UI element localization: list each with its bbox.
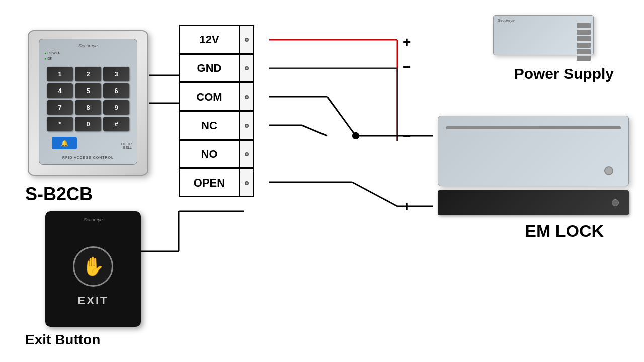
rfid-device: Secureye ● POWER ● OK 1 2 3 4 5 6 7 8 9 … [28, 30, 148, 176]
terminal-label-open: OPEN [179, 168, 239, 197]
terminal-nc: NC [179, 111, 254, 140]
power-supply-label: Power Supply [514, 65, 614, 82]
em-lock-plate [438, 190, 629, 215]
label-s-b2cb: S-B2CB [25, 184, 93, 205]
terminal-conn-no [239, 140, 254, 168]
rfid-footer: RFID ACCESS CONTROL [39, 156, 137, 159]
minus-symbol-lock: − [403, 128, 411, 144]
terminal-label-no: NO [179, 140, 239, 168]
junction-dot [352, 132, 359, 139]
terminal-no: NO [179, 140, 254, 168]
key-9: 9 [103, 100, 129, 115]
em-lock-plate-screw [612, 199, 619, 206]
hand-icon: ✋ [82, 256, 105, 277]
key-hash: # [103, 117, 129, 131]
diagram-container: Secureye ● POWER ● OK 1 2 3 4 5 6 7 8 9 … [0, 0, 644, 362]
rfid-inner: Secureye ● POWER ● OK 1 2 3 4 5 6 7 8 9 … [39, 39, 137, 165]
em-lock-screw [604, 166, 613, 175]
terminal-conn-gnd [239, 54, 254, 82]
terminal-conn-12v [239, 25, 254, 54]
key-0: 0 [75, 117, 101, 131]
plus-symbol-lock: + [403, 199, 411, 215]
rfid-bell: 🔔 [52, 137, 77, 149]
exit-button-device: Secureye ✋ EXIT [45, 211, 141, 327]
ps-terminal-6 [577, 56, 591, 61]
bell-icon: 🔔 [61, 140, 68, 147]
plus-symbol-top: + [403, 34, 411, 50]
key-7: 7 [47, 100, 73, 115]
ps-terminal-4 [577, 43, 591, 48]
em-lock-slot [446, 126, 621, 129]
terminal-label-com: COM [179, 82, 239, 111]
ps-terminal-5 [577, 49, 591, 54]
ps-terminal-2 [577, 30, 591, 35]
exit-text: EXIT [78, 294, 109, 307]
power-supply-brand: Secureye [498, 18, 515, 23]
ps-terminal-1 [577, 23, 591, 28]
rfid-door-label: DOORBELL [121, 142, 132, 149]
key-5: 5 [75, 83, 101, 98]
terminal-com: COM [179, 82, 254, 111]
exit-hand-circle: ✋ [73, 246, 113, 287]
key-1: 1 [47, 67, 73, 81]
minus-symbol-top: − [403, 59, 411, 75]
terminal-label-nc: NC [179, 111, 239, 140]
label-exit-button: Exit Button [25, 332, 100, 348]
ps-terminal-3 [577, 36, 591, 41]
em-lock-body [438, 116, 629, 186]
key-3: 3 [103, 67, 129, 81]
key-star: * [47, 117, 73, 131]
key-6: 6 [103, 83, 129, 98]
rfid-brand: Secureye [39, 43, 137, 48]
terminal-gnd: GND [179, 54, 254, 82]
terminal-12v: 12V [179, 25, 254, 54]
key-4: 4 [47, 83, 73, 98]
svg-line-6 [327, 97, 356, 136]
exit-brand: Secureye [84, 217, 103, 222]
terminal-conn-com [239, 82, 254, 111]
em-lock-label: EM LOCK [525, 221, 604, 241]
power-supply-body: Secureye [493, 15, 594, 55]
rfid-indicators: ● POWER ● OK [44, 50, 61, 61]
keypad: 1 2 3 4 5 6 7 8 9 * 0 # [47, 67, 129, 131]
em-lock [438, 116, 629, 215]
terminal-conn-nc [239, 111, 254, 140]
terminal-open: OPEN [179, 168, 254, 197]
power-supply: Secureye [493, 15, 604, 70]
power-supply-terminals [577, 23, 591, 61]
terminal-conn-open [239, 168, 254, 197]
terminal-block: 12V GND COM NC NO OPEN [179, 25, 254, 197]
terminal-label-12v: 12V [179, 25, 239, 54]
terminal-label-gnd: GND [179, 54, 239, 82]
key-2: 2 [75, 67, 101, 81]
key-8: 8 [75, 100, 101, 115]
svg-line-11 [352, 182, 397, 206]
svg-line-9 [302, 125, 327, 136]
